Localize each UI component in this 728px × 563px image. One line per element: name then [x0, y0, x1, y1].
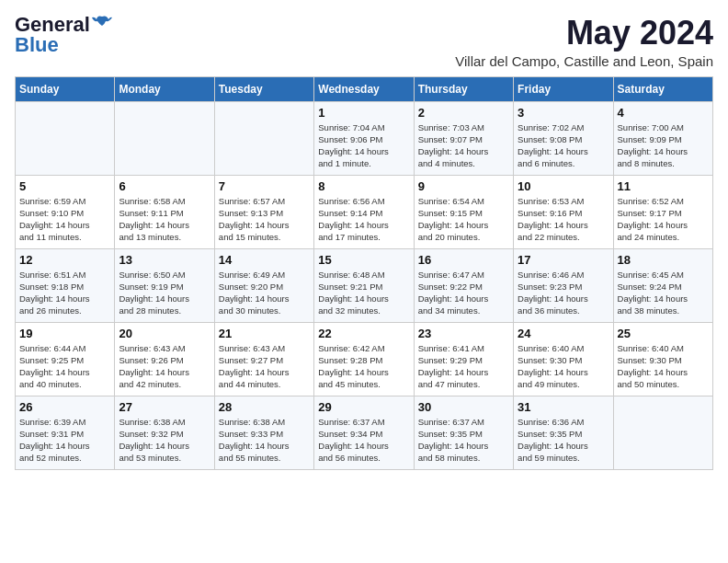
calendar-cell: 6Sunrise: 6:58 AM Sunset: 9:11 PM Daylig… — [115, 175, 214, 248]
header-day-wednesday: Wednesday — [314, 76, 414, 101]
day-number: 12 — [19, 253, 110, 267]
day-number: 22 — [318, 327, 409, 340]
calendar-cell — [16, 101, 115, 175]
day-number: 23 — [418, 327, 509, 340]
day-number: 15 — [318, 253, 409, 267]
day-number: 9 — [418, 179, 509, 193]
day-info: Sunrise: 6:50 AM Sunset: 9:19 PM Dayligh… — [119, 269, 210, 317]
day-info: Sunrise: 6:52 AM Sunset: 9:17 PM Dayligh… — [618, 195, 709, 244]
day-number: 27 — [119, 400, 210, 414]
day-info: Sunrise: 6:36 AM Sunset: 9:35 PM Dayligh… — [518, 416, 609, 465]
day-number: 28 — [219, 400, 310, 414]
day-number: 13 — [119, 253, 210, 267]
calendar-cell: 5Sunrise: 6:59 AM Sunset: 9:10 PM Daylig… — [16, 175, 115, 248]
logo-blue-text: Blue — [15, 35, 59, 55]
day-info: Sunrise: 6:38 AM Sunset: 9:33 PM Dayligh… — [219, 416, 310, 465]
calendar-cell: 15Sunrise: 6:48 AM Sunset: 9:21 PM Dayli… — [314, 248, 414, 322]
day-number: 8 — [318, 179, 409, 193]
day-info: Sunrise: 6:57 AM Sunset: 9:13 PM Dayligh… — [219, 195, 310, 244]
day-info: Sunrise: 6:58 AM Sunset: 9:11 PM Dayligh… — [119, 195, 210, 244]
day-info: Sunrise: 6:45 AM Sunset: 9:24 PM Dayligh… — [618, 269, 709, 317]
day-number: 5 — [19, 179, 110, 193]
calendar-cell: 22Sunrise: 6:42 AM Sunset: 9:28 PM Dayli… — [314, 322, 414, 396]
header-day-tuesday: Tuesday — [214, 76, 313, 101]
calendar-cell: 3Sunrise: 7:02 AM Sunset: 9:08 PM Daylig… — [514, 101, 613, 175]
page-header: General Blue May 2024 Villar del Campo, … — [15, 15, 713, 69]
day-number: 16 — [418, 253, 509, 267]
calendar-cell: 8Sunrise: 6:56 AM Sunset: 9:14 PM Daylig… — [314, 175, 414, 248]
calendar-week-row: 5Sunrise: 6:59 AM Sunset: 9:10 PM Daylig… — [16, 175, 713, 248]
calendar-cell: 1Sunrise: 7:04 AM Sunset: 9:06 PM Daylig… — [314, 101, 414, 175]
day-number: 11 — [618, 179, 709, 193]
calendar-week-row: 19Sunrise: 6:44 AM Sunset: 9:25 PM Dayli… — [16, 322, 713, 396]
day-info: Sunrise: 6:43 AM Sunset: 9:27 PM Dayligh… — [219, 342, 310, 391]
day-info: Sunrise: 6:47 AM Sunset: 9:22 PM Dayligh… — [418, 269, 509, 317]
day-info: Sunrise: 7:03 AM Sunset: 9:07 PM Dayligh… — [418, 121, 509, 170]
calendar-cell: 19Sunrise: 6:44 AM Sunset: 9:25 PM Dayli… — [16, 322, 115, 396]
calendar-cell — [115, 101, 214, 175]
title-block: May 2024 Villar del Campo, Castille and … — [455, 15, 713, 69]
day-info: Sunrise: 6:37 AM Sunset: 9:34 PM Dayligh… — [318, 416, 409, 465]
calendar-cell: 28Sunrise: 6:38 AM Sunset: 9:33 PM Dayli… — [214, 396, 313, 469]
calendar-cell: 11Sunrise: 6:52 AM Sunset: 9:17 PM Dayli… — [613, 175, 712, 248]
day-info: Sunrise: 6:56 AM Sunset: 9:14 PM Dayligh… — [318, 195, 409, 244]
day-info: Sunrise: 6:38 AM Sunset: 9:32 PM Dayligh… — [119, 416, 210, 465]
day-number: 19 — [19, 327, 110, 340]
day-info: Sunrise: 6:42 AM Sunset: 9:28 PM Dayligh… — [318, 342, 409, 391]
day-info: Sunrise: 6:51 AM Sunset: 9:18 PM Dayligh… — [19, 269, 110, 317]
header-day-friday: Friday — [514, 76, 613, 101]
day-number: 25 — [618, 327, 709, 340]
calendar-cell: 26Sunrise: 6:39 AM Sunset: 9:31 PM Dayli… — [16, 396, 115, 469]
day-number: 26 — [19, 400, 110, 414]
day-number: 10 — [518, 179, 609, 193]
day-number: 31 — [518, 400, 609, 414]
location-title: Villar del Campo, Castille and Leon, Spa… — [455, 53, 713, 69]
day-number: 1 — [318, 106, 409, 120]
day-info: Sunrise: 6:37 AM Sunset: 9:35 PM Dayligh… — [418, 416, 509, 465]
logo-general-text: General — [15, 15, 90, 35]
calendar-cell: 10Sunrise: 6:53 AM Sunset: 9:16 PM Dayli… — [514, 175, 613, 248]
day-number: 30 — [418, 400, 509, 414]
calendar-cell: 14Sunrise: 6:49 AM Sunset: 9:20 PM Dayli… — [214, 248, 313, 322]
calendar-week-row: 12Sunrise: 6:51 AM Sunset: 9:18 PM Dayli… — [16, 248, 713, 322]
day-number: 29 — [318, 400, 409, 414]
header-day-saturday: Saturday — [613, 76, 712, 101]
day-info: Sunrise: 6:59 AM Sunset: 9:10 PM Dayligh… — [19, 195, 110, 244]
calendar-cell: 13Sunrise: 6:50 AM Sunset: 9:19 PM Dayli… — [115, 248, 214, 322]
month-title: May 2024 — [455, 15, 713, 52]
header-day-sunday: Sunday — [16, 76, 115, 101]
day-number: 6 — [119, 179, 210, 193]
calendar-cell: 4Sunrise: 7:00 AM Sunset: 9:09 PM Daylig… — [613, 101, 712, 175]
day-info: Sunrise: 6:54 AM Sunset: 9:15 PM Dayligh… — [418, 195, 509, 244]
logo-bird-icon — [92, 13, 112, 33]
calendar-cell: 9Sunrise: 6:54 AM Sunset: 9:15 PM Daylig… — [414, 175, 513, 248]
calendar-cell: 23Sunrise: 6:41 AM Sunset: 9:29 PM Dayli… — [414, 322, 513, 396]
day-info: Sunrise: 6:49 AM Sunset: 9:20 PM Dayligh… — [219, 269, 310, 317]
day-info: Sunrise: 6:48 AM Sunset: 9:21 PM Dayligh… — [318, 269, 409, 317]
header-day-thursday: Thursday — [414, 76, 513, 101]
calendar-cell: 29Sunrise: 6:37 AM Sunset: 9:34 PM Dayli… — [314, 396, 414, 469]
calendar-week-row: 1Sunrise: 7:04 AM Sunset: 9:06 PM Daylig… — [16, 101, 713, 175]
day-info: Sunrise: 6:46 AM Sunset: 9:23 PM Dayligh… — [518, 269, 609, 317]
calendar-cell: 7Sunrise: 6:57 AM Sunset: 9:13 PM Daylig… — [214, 175, 313, 248]
calendar-cell: 27Sunrise: 6:38 AM Sunset: 9:32 PM Dayli… — [115, 396, 214, 469]
day-number: 7 — [219, 179, 310, 193]
calendar-cell: 16Sunrise: 6:47 AM Sunset: 9:22 PM Dayli… — [414, 248, 513, 322]
day-number: 21 — [219, 327, 310, 340]
day-number: 20 — [119, 327, 210, 340]
day-info: Sunrise: 6:44 AM Sunset: 9:25 PM Dayligh… — [19, 342, 110, 391]
day-number: 14 — [219, 253, 310, 267]
calendar-cell: 2Sunrise: 7:03 AM Sunset: 9:07 PM Daylig… — [414, 101, 513, 175]
calendar-body: 1Sunrise: 7:04 AM Sunset: 9:06 PM Daylig… — [16, 101, 713, 469]
day-number: 17 — [518, 253, 609, 267]
day-info: Sunrise: 6:39 AM Sunset: 9:31 PM Dayligh… — [19, 416, 110, 465]
day-info: Sunrise: 7:02 AM Sunset: 9:08 PM Dayligh… — [518, 121, 609, 170]
header-day-monday: Monday — [115, 76, 214, 101]
day-number: 2 — [418, 106, 509, 120]
day-info: Sunrise: 7:04 AM Sunset: 9:06 PM Dayligh… — [318, 121, 409, 170]
day-info: Sunrise: 6:43 AM Sunset: 9:26 PM Dayligh… — [119, 342, 210, 391]
calendar-cell: 12Sunrise: 6:51 AM Sunset: 9:18 PM Dayli… — [16, 248, 115, 322]
calendar-table: SundayMondayTuesdayWednesdayThursdayFrid… — [15, 76, 713, 470]
calendar-cell — [613, 396, 712, 469]
logo: General Blue — [15, 15, 112, 55]
